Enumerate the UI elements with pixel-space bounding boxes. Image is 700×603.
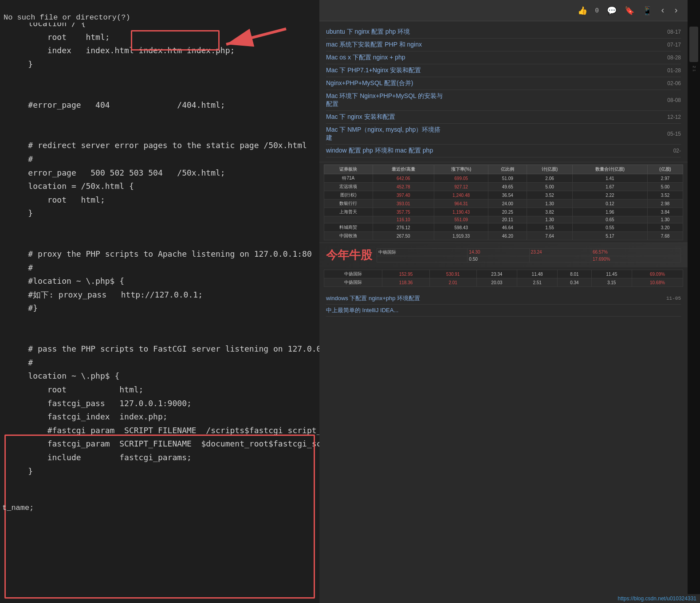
cell: 24.00	[488, 200, 527, 208]
cell: 276.12	[373, 223, 434, 232]
cell: 1.30	[527, 216, 572, 223]
cell: 1.30	[527, 200, 572, 208]
cell: 上海普天	[324, 208, 373, 216]
link-text-6: Mac 环境下 Nginx+PHP+MySQL 的安装与配置	[326, 92, 664, 108]
cell: 0.55	[572, 223, 647, 232]
sidebar-link-4[interactable]: Mac 下 PHP7.1+Nginx 安装和配置 01-28	[326, 64, 681, 77]
cell: 特71A	[324, 174, 373, 183]
cell: 0.12	[572, 200, 647, 208]
cell: 1.67	[572, 183, 647, 191]
url-bar: https://blog.csdn.net/u010324331	[614, 594, 700, 603]
th-count2: 数量合计(亿股)	[572, 165, 647, 174]
sidebar-link-9[interactable]: window 配置 php 环境和 mac 配置 php 02-	[326, 145, 681, 157]
table-row: 中国牧渔 267.50 1,919.33 46.20 7.64 5.17 7.6…	[324, 232, 683, 240]
forward-icon[interactable]: ›	[673, 5, 679, 16]
edge-decoration	[689, 27, 698, 62]
cell: 宏远填项	[324, 183, 373, 191]
cell: 2.51	[517, 278, 557, 287]
left-edge-text: t_name;	[2, 504, 34, 512]
cell: 23.34	[476, 270, 517, 278]
cell: 1.96	[572, 208, 647, 216]
like-count: 0	[595, 7, 599, 14]
cell: 1.41	[572, 174, 647, 183]
cell: 46.20	[488, 232, 527, 240]
cell: 49.65	[488, 183, 527, 191]
cell: 2.97	[648, 174, 683, 183]
cell: 152.95	[382, 270, 429, 278]
link-date-9: 02-	[673, 148, 681, 154]
cell: 8.01	[558, 270, 591, 278]
cell: 7.68	[648, 232, 683, 240]
thumbs-up-icon[interactable]: 👍	[578, 6, 587, 16]
cell: 20.25	[488, 208, 527, 216]
cell: 118.36	[382, 278, 429, 287]
th-price: 最近价/高量	[373, 165, 434, 174]
bookmark-icon[interactable]: 🔖	[625, 6, 634, 16]
cell: 0.65	[572, 216, 647, 223]
list-item[interactable]: 中上最简单的 IntelliJ IDEA...	[326, 305, 681, 317]
th-rate: 涨下率(%)	[434, 165, 488, 174]
sidebar-link-2[interactable]: mac 系统下安装配置 PHP 和 nginx 07-17	[326, 39, 681, 51]
link-date-5: 02-06	[667, 80, 681, 86]
error-banner: No such file or directory(?)	[0, 12, 134, 23]
cell: 699.05	[434, 174, 488, 183]
cell: 20.03	[476, 278, 517, 287]
cell: 3.52	[527, 191, 572, 200]
link-date-1: 08-17	[667, 29, 681, 35]
list-item[interactable]: windows 下配置 nginx+php 环境配置 11-05	[326, 293, 681, 305]
link-text-1: ubuntu 下 nginx 配置 php 环境	[326, 28, 664, 36]
cell: 598.43	[434, 223, 488, 232]
link-date-8: 05-15	[667, 131, 681, 137]
cell: 11.48	[517, 270, 557, 278]
table-row: 数银行行 393.01 964.31 24.00 1.30 0.12 2.98	[324, 200, 683, 208]
link-text-9: window 配置 php 环境和 mac 配置 php	[326, 147, 670, 155]
cell: 397.40	[373, 191, 434, 200]
cell: 0.34	[558, 278, 591, 287]
table-row: 116.10 551.09 20.11 1.30 0.65 1.30	[324, 216, 683, 223]
sidebar-link-8[interactable]: Mac 下 NMP（nginx, mysql, php）环境搭建 05-15	[326, 124, 681, 145]
right-sidebar: 👍 0 💬 🔖 📱 ‹ › ubuntu 下 nginx 配置 php 环境 0…	[319, 0, 688, 603]
link-date-2: 07-17	[667, 42, 681, 48]
cell: 2.06	[527, 174, 572, 183]
link-text-4: Mac 下 PHP7.1+Nginx 安装和配置	[326, 67, 664, 74]
cell: 5.17	[572, 232, 647, 240]
table-row: 特71A 642.06 699.05 51.09 2.06 1.41 2.97	[324, 174, 683, 183]
comment-icon[interactable]: 💬	[607, 6, 617, 16]
sidebar-link-1[interactable]: ubuntu 下 nginx 配置 php 环境 08-17	[326, 26, 681, 39]
cell: 0.50	[468, 256, 529, 262]
cell: 2.22	[572, 191, 647, 200]
mobile-icon[interactable]: 📱	[642, 6, 652, 16]
link-date: 11-05	[666, 296, 681, 301]
cell: 5.00	[527, 183, 572, 191]
stock-table-area: 证券板块 最近价/高量 涨下率(%) 亿比例 计(亿股) 数量合计(亿股) (亿…	[319, 162, 688, 243]
extra-table: 中扬国际 152.95 530.91 23.34 11.48 8.01 11.4…	[324, 270, 683, 287]
cell: 料城商贸	[324, 223, 373, 232]
cell: 642.06	[373, 174, 434, 183]
cell: 23.24	[529, 248, 591, 256]
cell: 1,919.33	[434, 232, 488, 240]
cell: 1.55	[527, 223, 572, 232]
table-row: 上海普天 357.75 1,190.43 20.25 3.82 1.96 3.8…	[324, 208, 683, 216]
cell: 3.20	[648, 223, 683, 232]
link-date-3: 08-28	[667, 55, 681, 61]
cell: 2.98	[648, 200, 683, 208]
sidebar-link-3[interactable]: Mac os x 下配置 nginx + php 08-28	[326, 51, 681, 64]
bottom-sidebar-links: windows 下配置 nginx+php 环境配置 11-05 中上最简单的 …	[319, 289, 688, 320]
table-row: 0.50 17.690%	[377, 256, 681, 262]
back-icon[interactable]: ‹	[660, 5, 665, 16]
cell: 17.690%	[591, 256, 680, 262]
bull-stock-banner: 今年牛股 中杨国际 14.30 23.24 66.57% 0.50	[319, 243, 688, 267]
sidebar-content: ubuntu 下 nginx 配置 php 环境 08-17 mac 系统下安装…	[319, 21, 688, 603]
sidebar-link-5[interactable]: Nginx+PHP+MySQL 配置(合并) 02-06	[326, 77, 681, 90]
link-date-4: 01-28	[667, 67, 681, 74]
edge-text-2: 1	[692, 69, 696, 71]
link-text: 中上最简单的 IntelliJ IDEA...	[326, 306, 398, 314]
table-row: 中扬国际 152.95 530.91 23.34 11.48 8.01 11.4…	[324, 270, 683, 278]
cell: 20.11	[488, 216, 527, 223]
main-container: No such file or directory(?) location / …	[0, 0, 700, 603]
sidebar-link-6[interactable]: Mac 环境下 Nginx+PHP+MySQL 的安装与配置 08-08	[326, 90, 681, 111]
sidebar-link-7[interactable]: Mac 下 nginx 安装和配置 12-12	[326, 111, 681, 124]
cell: 5.00	[648, 183, 683, 191]
cell: 中扬国际	[324, 278, 382, 287]
cell: 中扬国际	[324, 270, 382, 278]
